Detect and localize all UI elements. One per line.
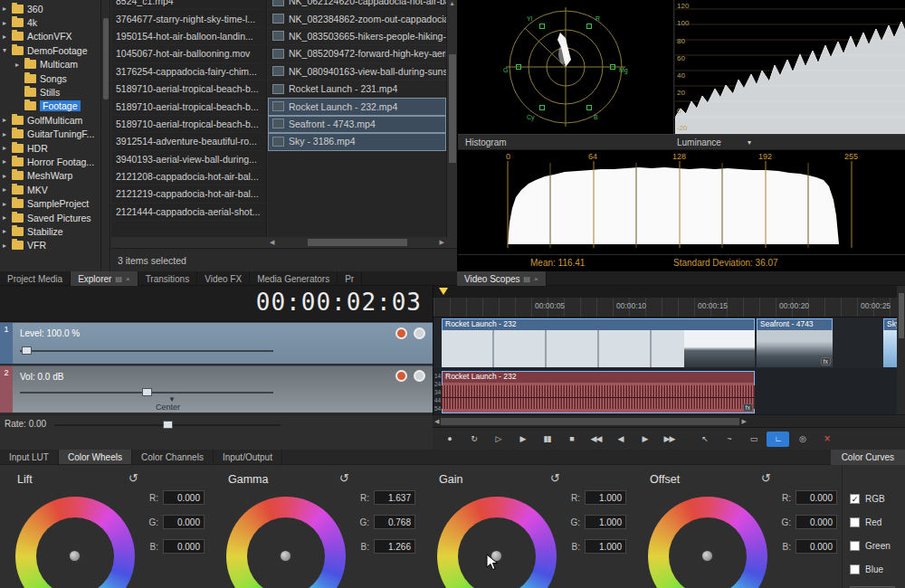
marker-bar[interactable] — [433, 286, 905, 298]
scroll-right-icon[interactable]: ▶ — [741, 418, 746, 425]
chevron-icon[interactable]: ▸ — [3, 33, 12, 41]
channel-selector[interactable]: Luminance — [677, 138, 721, 147]
fx-badge[interactable]: fx — [743, 403, 753, 412]
chevron-icon[interactable]: ▸ — [3, 242, 12, 250]
file-item[interactable]: Seafront - 4743.mp4 — [268, 116, 446, 133]
scroll-left-icon[interactable]: ◀ — [434, 418, 439, 425]
rate-slider[interactable] — [54, 424, 281, 426]
file-item[interactable]: 5189710-aerial-tropical-beach-b... — [111, 116, 266, 133]
folder-item[interactable]: Songs — [0, 71, 100, 85]
file-item[interactable]: Rocket Launch - 231.mp4 — [268, 81, 446, 98]
chevron-icon[interactable]: ▸ — [3, 130, 12, 138]
green-value-field[interactable]: 0.768 — [374, 515, 415, 529]
chevron-icon[interactable]: ▸ — [3, 144, 12, 152]
file-item[interactable]: NK_083503665-hikers-people-hiking-h... — [268, 28, 446, 45]
folder-item[interactable]: ▸ Stabilize — [0, 224, 100, 238]
dock-tab[interactable]: Pr ▤ × — [338, 271, 362, 286]
chevron-down-icon[interactable]: ▾ — [748, 138, 751, 147]
color-wheel-knob[interactable] — [700, 549, 714, 563]
transport-button[interactable]: ◎ — [791, 432, 814, 447]
level-slider-handle[interactable] — [22, 346, 32, 355]
scrollbar-thumb[interactable] — [449, 54, 456, 163]
file-item[interactable]: 5189710-aerial-tropical-beach-b... — [111, 81, 266, 98]
red-value-field[interactable]: 0.000 — [795, 490, 837, 505]
folder-item[interactable]: ▸ GuitarTuningF... — [0, 128, 100, 141]
checkbox[interactable]: ✓ — [850, 517, 860, 527]
file-item[interactable]: 3940193-aerial-view-ball-during... — [111, 151, 266, 168]
scrollbar-thumb[interactable] — [899, 293, 904, 338]
transport-button[interactable]: ■ — [560, 432, 583, 447]
transport-button[interactable]: ↻ — [462, 432, 485, 447]
file-item[interactable]: Rocket Launch - 232.mp4 — [268, 98, 446, 115]
transport-button[interactable]: ▮▮ — [536, 432, 558, 447]
transport-button[interactable]: ∟ — [767, 432, 789, 447]
scrollbar-thumb[interactable] — [441, 418, 739, 425]
channel-checkbox-row[interactable]: ✓ RGB — [850, 487, 905, 510]
file-item[interactable]: Sky - 3186.mp4 — [268, 133, 446, 150]
folder-item[interactable]: ▸ SampleProject — [0, 196, 100, 210]
color-wheel[interactable] — [437, 497, 557, 588]
level-slider[interactable] — [20, 350, 273, 352]
blue-value-field[interactable]: 0.000 — [795, 539, 837, 554]
volume-slider-handle[interactable] — [142, 388, 152, 396]
chevron-icon[interactable]: ▸ — [3, 185, 12, 194]
reset-wheel-icon[interactable]: ↺ — [339, 471, 349, 485]
folder-item[interactable]: ▸ GolfMulticam — [0, 113, 100, 127]
file-item[interactable]: 2121219-cappadocia-hot-air-bal... — [111, 185, 266, 203]
transport-button[interactable]: ▷ — [487, 432, 510, 447]
blue-value-field[interactable]: 0.000 — [163, 539, 205, 554]
file-list-horizontal-scrollbar[interactable]: ◀ ▶ — [268, 237, 446, 248]
dock-tab[interactable]: Video FX ▤ × — [197, 271, 250, 286]
dock-tab[interactable]: Transitions ▤ × — [138, 271, 198, 286]
record-arm-button[interactable] — [395, 370, 407, 382]
folder-item[interactable]: ▸ 4k — [0, 15, 100, 29]
chevron-icon[interactable]: ▸ — [3, 116, 12, 124]
file-item[interactable]: 2121444-cappadocia-aerial-shot... — [111, 204, 266, 221]
color-wheel[interactable] — [648, 497, 767, 588]
folder-item[interactable]: ▸ ActionVFX — [0, 30, 100, 43]
transport-button[interactable]: ◀ — [609, 432, 632, 447]
video-clip-rocket-launch[interactable]: Rocket Launch - 232 — [442, 318, 755, 367]
scroll-right-icon[interactable]: ▶ — [440, 239, 444, 246]
file-item[interactable]: 2121208-cappadocia-hot-air-bal... — [111, 168, 266, 185]
green-value-field[interactable]: 0.000 — [795, 515, 837, 529]
color-panel-tab[interactable]: Color Wheels — [59, 450, 132, 464]
gear-icon[interactable]: ▤ — [115, 275, 122, 283]
reset-wheel-icon[interactable]: ↺ — [129, 471, 138, 485]
tree-scrollbar-thumb[interactable] — [103, 18, 109, 100]
folder-item[interactable]: ▸ MKV — [0, 183, 100, 196]
timeline-ruler[interactable]: 00:00:0500:00:1000:00:1500:00:2000:00:25 — [433, 298, 905, 318]
file-item[interactable]: NK_062124620-cappadocia-hot-air-bal... — [268, 0, 446, 10]
red-value-field[interactable]: 1.000 — [585, 490, 626, 505]
checkbox[interactable]: ✓ — [850, 494, 860, 504]
close-icon[interactable]: × — [534, 275, 538, 283]
checkbox[interactable]: ✓ — [850, 541, 860, 551]
file-item[interactable]: NK_085209472-forward-high-key-aeria... — [268, 45, 446, 62]
playhead-marker[interactable] — [439, 288, 448, 295]
fx-badge[interactable]: fx — [821, 357, 831, 365]
rate-slider-handle[interactable] — [163, 421, 173, 429]
folder-item[interactable]: Footage — [0, 100, 100, 113]
folder-item[interactable]: ▸ Saved Pictures — [0, 211, 100, 224]
file-item[interactable]: 3912514-adventure-beautiful-ro... — [111, 133, 266, 150]
transport-button[interactable]: × — [815, 432, 838, 447]
chevron-icon[interactable]: ▸ — [3, 213, 12, 222]
folder-item[interactable]: ▸ 360 — [0, 2, 100, 15]
color-panel-tab[interactable]: Input LUT — [0, 450, 59, 464]
video-clip-seafront[interactable]: Seafront - 4743 fx — [757, 318, 833, 367]
transport-button[interactable]: ▶▶ — [658, 432, 681, 447]
channel-checkbox-row[interactable]: ✓ Blue — [850, 557, 905, 581]
blue-value-field[interactable]: 1.266 — [374, 539, 415, 554]
folder-item[interactable]: ▸ Multicam — [0, 58, 100, 71]
chevron-icon[interactable]: ▸ — [3, 200, 12, 208]
folder-item[interactable]: Stills — [0, 85, 100, 99]
file-item[interactable]: 1950154-hot-air-balloon-landin... — [111, 28, 266, 45]
folder-item[interactable]: ▸ Horror Footag... — [0, 155, 100, 168]
transport-button[interactable]: ↖ — [693, 432, 716, 447]
timeline-vertical-scrollbar[interactable] — [897, 286, 905, 414]
folder-item[interactable]: ▾ DemoFootage — [0, 43, 100, 57]
transport-button[interactable]: ~ — [718, 432, 740, 447]
dock-tab[interactable]: Explorer ▤ × — [71, 271, 138, 286]
channel-checkbox-row[interactable]: ✓ Green — [850, 534, 905, 557]
reset-wheel-icon[interactable]: ↺ — [761, 471, 771, 485]
